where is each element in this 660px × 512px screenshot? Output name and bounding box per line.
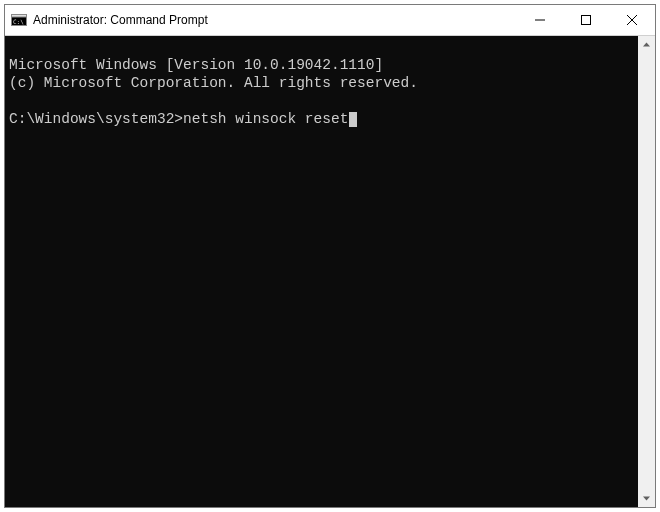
scroll-up-button[interactable]	[638, 36, 655, 53]
maximize-icon	[581, 15, 591, 25]
close-button[interactable]	[609, 5, 655, 35]
scroll-down-button[interactable]	[638, 490, 655, 507]
svg-text:C:\: C:\	[13, 18, 24, 25]
title-bar[interactable]: C:\ Administrator: Command Prompt	[5, 5, 655, 36]
vertical-scrollbar[interactable]	[638, 36, 655, 507]
output-line: (c) Microsoft Corporation. All rights re…	[9, 75, 418, 91]
command-prompt-window: C:\ Administrator: Command Prompt	[4, 4, 656, 508]
chevron-up-icon	[642, 40, 651, 49]
command-text: netsh winsock reset	[183, 111, 348, 127]
maximize-button[interactable]	[563, 5, 609, 35]
svg-marker-8	[643, 497, 650, 501]
prompt-text: C:\Windows\system32>	[9, 111, 183, 127]
scroll-track[interactable]	[638, 53, 655, 490]
prompt-line: C:\Windows\system32>netsh winsock reset	[9, 111, 357, 127]
svg-marker-7	[643, 43, 650, 47]
close-icon	[627, 15, 637, 25]
client-area: Microsoft Windows [Version 10.0.19042.11…	[5, 36, 655, 507]
window-controls	[517, 5, 655, 35]
minimize-icon	[535, 15, 545, 25]
minimize-button[interactable]	[517, 5, 563, 35]
cmd-icon: C:\	[11, 12, 27, 28]
text-cursor	[349, 112, 357, 127]
window-title: Administrator: Command Prompt	[33, 13, 517, 27]
terminal-output[interactable]: Microsoft Windows [Version 10.0.19042.11…	[5, 36, 638, 507]
output-line: Microsoft Windows [Version 10.0.19042.11…	[9, 57, 383, 73]
svg-rect-1	[12, 15, 27, 18]
svg-rect-4	[582, 16, 591, 25]
chevron-down-icon	[642, 494, 651, 503]
